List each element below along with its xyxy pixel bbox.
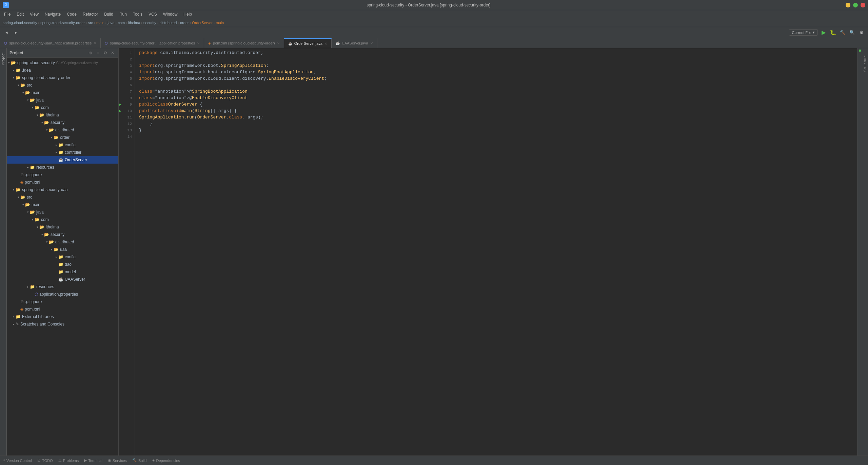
tree-item-config[interactable]: ▸📁config [7,253,118,261]
tab-close-button[interactable]: ✕ [94,41,96,45]
tree-item-java[interactable]: ▾📂java [7,96,118,104]
collapse-button[interactable]: ≡ [95,50,101,56]
settings-button[interactable]: ⚙ [102,50,108,56]
tab-tab3[interactable]: ◈pom.xml (spring-cloud-security-order)✕ [204,38,284,48]
code-editor[interactable]: package com.itheima.security.distributed… [135,48,857,455]
tree-item-uaaserver[interactable]: ☕UAAServer [7,276,118,283]
tree-item-src[interactable]: ▾📂src [7,81,118,89]
bottom-item-version-control[interactable]: ⑂Version Control [3,459,32,463]
breadcrumb-item-main[interactable]: main [96,21,104,25]
tree-item-pom.xml[interactable]: ◈pom.xml [7,179,118,186]
breadcrumb-item-spring-cloud-security[interactable]: spring-cloud-security [3,21,37,25]
bottom-item-terminal[interactable]: ▶Terminal [84,458,102,463]
menu-item-navigate[interactable]: Navigate [42,11,63,17]
tab-close-button[interactable]: ✕ [370,41,373,45]
tree-item-.gitignore[interactable]: ⊝.gitignore [7,171,118,179]
tab-tab2[interactable]: ⬡spring-cloud-security-order\...\applica… [101,38,204,48]
bottom-item-problems[interactable]: ⚠Problems [58,458,79,463]
breadcrumb-item-order[interactable]: order [180,21,189,25]
tree-item-resources[interactable]: ▸📁resources [7,164,118,171]
build-button[interactable]: 🔨 [839,29,846,36]
breadcrumb-item-security[interactable]: security [143,21,156,25]
tree-item-application.properties[interactable]: ⬡application.properties [7,291,118,298]
tree-item-src[interactable]: ▾📂src [7,193,118,201]
breadcrumb-item-distributed[interactable]: distributed [160,21,177,25]
tree-item-icon-folder-open: 📂 [20,195,25,200]
tree-item-spring-cloud-security-uaa[interactable]: ▾📂spring-cloud-security-uaa [7,186,118,193]
tree-item-pom.xml[interactable]: ◈pom.xml [7,305,118,313]
menu-item-build[interactable]: Build [101,11,116,17]
tree-item-distributed[interactable]: ▾📂distributed [7,238,118,246]
tree-item-controller[interactable]: ▸📁controller [7,149,118,156]
tree-item-dao[interactable]: 📁dao [7,261,118,268]
menu-item-file[interactable]: File [1,11,13,17]
menu-item-refactor[interactable]: Refactor [80,11,101,17]
project-icon[interactable]: Project [0,51,6,67]
menu-item-code[interactable]: Code [64,11,79,17]
structure-label[interactable]: Structure [863,55,867,72]
tab-close-button[interactable]: ✕ [277,41,280,45]
close-button[interactable] [861,3,865,7]
tree-item-.idea[interactable]: ▸📁.idea [7,67,118,74]
tree-item-java[interactable]: ▾📂java [7,208,118,216]
tree-item-resources[interactable]: ▸📁resources [7,283,118,291]
menu-item-edit[interactable]: Edit [14,11,26,17]
debug-button[interactable]: 🐛 [829,29,837,36]
tree-item-itheima[interactable]: ▾📂itheima [7,223,118,231]
tree-item-com[interactable]: ▾📂com [7,216,118,223]
tree-item-main[interactable]: ▾📂main [7,89,118,96]
tab-tab4[interactable]: ☕OrderServer.java✕ [284,38,332,48]
tree-item-main[interactable]: ▾📂main [7,201,118,208]
locate-button[interactable]: ⊕ [87,50,93,56]
bottom-label-problems: Problems [63,459,79,463]
menu-item-run[interactable]: Run [117,11,130,17]
bottom-item-services[interactable]: ◉Services [108,458,127,463]
bottom-icon-terminal: ▶ [84,458,87,463]
tree-item-model[interactable]: 📁model [7,268,118,276]
tree-item-.gitignore[interactable]: ⊝.gitignore [7,298,118,305]
tab-close-button[interactable]: ✕ [197,41,200,45]
menu-item-tools[interactable]: Tools [130,11,145,17]
run-button[interactable]: ▶ [820,29,827,36]
breadcrumb-item-com[interactable]: com [118,21,125,25]
toolbar-forward-button[interactable]: ▸ [12,29,20,36]
breadcrumb-item-spring-cloud-security-order[interactable]: spring-cloud-security-order [40,21,85,25]
bottom-item-dependencies[interactable]: ◈Dependencies [152,458,180,463]
tree-item-distributed[interactable]: ▾📂distributed [7,126,118,134]
minimize-button[interactable] [846,3,850,7]
breadcrumb-item-main[interactable]: main [216,21,224,25]
bottom-item-build[interactable]: 🔨Build [132,458,146,463]
tree-item-spring-cloud-security[interactable]: ▾📂spring-cloud-security C:\MY\spring-clo… [7,59,118,67]
tree-item-scratches-and-consoles[interactable]: ▸✎Scratches and Consoles [7,320,118,328]
tree-item-orderserver[interactable]: ☕OrderServer [7,156,118,164]
close-panel-button[interactable]: ✕ [110,50,116,56]
maximize-button[interactable] [853,3,858,7]
toolbar-back-button[interactable]: ◂ [3,29,10,36]
breadcrumb-item-src[interactable]: src [88,21,93,25]
menu-item-view[interactable]: View [27,11,41,17]
tab-close-button[interactable]: ✕ [324,42,327,45]
menu-item-window[interactable]: Window [160,11,180,17]
search-button[interactable]: 🔍 [848,29,856,36]
tab-tab1[interactable]: ⬡spring-cloud-security-uaa\...\applicati… [0,38,101,48]
tree-item-uaa[interactable]: ▾📂uaa [7,246,118,253]
tree-item-config[interactable]: ▸📁config [7,141,118,149]
tree-item-security[interactable]: ▾📂security [7,119,118,126]
current-file-dropdown[interactable]: Current File ▾ [789,29,818,36]
bottom-item-todo[interactable]: ☑TODO [37,458,53,463]
tree-arrow-icon: ▾ [35,113,39,117]
tree-item-order[interactable]: ▾📂order [7,134,118,141]
settings-button[interactable]: ⚙ [858,29,865,36]
tab-tab5[interactable]: ☕UAAServer.java✕ [332,38,377,48]
breadcrumb-item-itheima[interactable]: itheima [128,21,140,25]
menu-item-help[interactable]: Help [181,11,195,17]
tree-item-itheima[interactable]: ▾📂itheima [7,111,118,119]
tree-item-com[interactable]: ▾📂com [7,104,118,111]
breadcrumb-item-java[interactable]: java [108,21,115,25]
tree-item-external-libraries[interactable]: ▸📁External Libraries [7,313,118,320]
menu-item-vcs[interactable]: VCS [146,11,160,17]
tree-item-spring-cloud-security-order[interactable]: ▾📂spring-cloud-security-order [7,74,118,81]
breadcrumb-item-OrderServer[interactable]: OrderServer [192,21,213,25]
tree-item-security[interactable]: ▾📂security [7,231,118,238]
code-line: import org.springframework.cloud.client.… [139,75,853,82]
